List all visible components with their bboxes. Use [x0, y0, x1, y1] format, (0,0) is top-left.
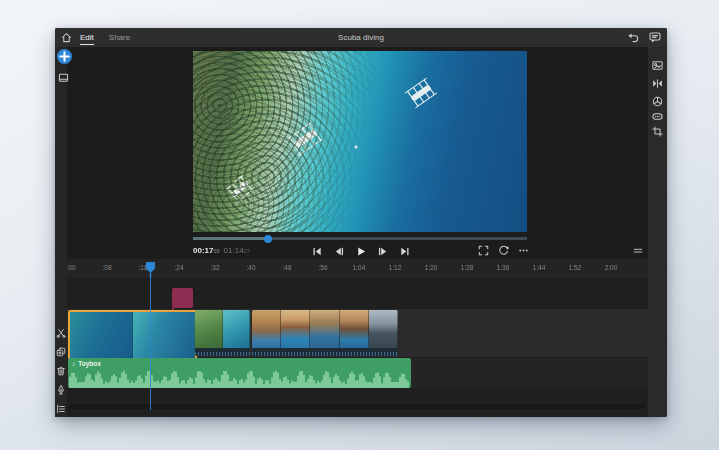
color-icon[interactable] — [652, 96, 663, 107]
timeline-panel: ♪Toybox — [67, 278, 648, 417]
video-clip-2[interactable] — [195, 310, 250, 356]
skip-forward-button[interactable] — [399, 246, 410, 257]
transport-controls — [311, 244, 410, 258]
ruler-tick: 1:52 — [569, 264, 582, 271]
reef-texture — [193, 51, 527, 232]
ruler-tick: 1:36 — [497, 264, 510, 271]
thumbnail-stormy-sea — [369, 310, 398, 348]
ruler-tick: :08 — [102, 264, 111, 271]
play-button[interactable] — [355, 246, 366, 257]
scrub-handle[interactable] — [264, 235, 272, 243]
frame-forward-button[interactable] — [377, 246, 388, 257]
ruler-tick: :32 — [210, 264, 219, 271]
playhead-marker[interactable] — [145, 261, 156, 278]
more-button[interactable] — [518, 245, 529, 256]
ruler-tick: :00 — [67, 264, 76, 271]
mode-tabs: EditShare — [80, 28, 130, 47]
music-note-icon: ♪ — [72, 360, 75, 367]
duration-frames: 27 — [244, 248, 250, 254]
thumbnail-underwater-1 — [70, 312, 133, 358]
loop-button[interactable] — [498, 245, 509, 256]
clip-audio-strip — [252, 348, 398, 356]
ruler-tick: 1:04 — [353, 264, 366, 271]
ruler-tick: 1:28 — [461, 264, 474, 271]
delete-icon[interactable] — [56, 366, 66, 376]
player-panel: 00:170001:1427 — [67, 47, 648, 259]
ruler-tick: :40 — [246, 264, 255, 271]
main-area: 00:170001:1427 :00:08:16:24:32:40:48:561… — [67, 47, 648, 417]
thumbnail-selfie-guy-2 — [340, 310, 369, 348]
thumbnail-jungle — [195, 310, 223, 348]
timeline-tools — [56, 328, 66, 414]
audio-waveform — [68, 368, 411, 388]
duplicate-icon[interactable] — [56, 347, 66, 357]
voiceover-mic-icon[interactable] — [56, 385, 66, 395]
project-title: Scuba diving — [55, 28, 667, 47]
speed-icon[interactable] — [652, 111, 663, 122]
player-controls: 00:170001:1427 — [67, 244, 648, 258]
top-bar: EditShare Scuba diving — [55, 28, 667, 47]
ruler-tick: 1:20 — [425, 264, 438, 271]
audio-clip[interactable]: ♪Toybox — [68, 358, 411, 388]
undo-icon[interactable] — [627, 31, 639, 43]
ruler-tick: :48 — [282, 264, 291, 271]
crop-icon[interactable] — [652, 126, 663, 137]
split-clip-icon[interactable] — [56, 328, 66, 338]
fullscreen-button[interactable] — [478, 245, 489, 256]
timeline-scrollbar[interactable] — [69, 404, 646, 409]
ruler-tick: :56 — [318, 264, 327, 271]
feedback-icon[interactable] — [649, 31, 661, 43]
right-toolbar — [648, 47, 667, 417]
add-media-button[interactable] — [57, 49, 72, 64]
video-preview — [193, 51, 527, 232]
ruler-tick: :24 — [174, 264, 183, 271]
panel-menu-icon[interactable] — [632, 246, 644, 256]
skip-back-button[interactable] — [311, 246, 322, 257]
playhead-line[interactable] — [150, 278, 152, 410]
clip-audio-strip — [195, 348, 250, 356]
duration: 01:14 — [224, 246, 244, 255]
topbar-actions — [627, 31, 661, 43]
home-icon[interactable] — [61, 32, 72, 43]
ruler-tick: 2:00 — [605, 264, 618, 271]
player-view-controls — [478, 245, 529, 256]
title-clip[interactable] — [172, 288, 193, 308]
thumbnail-resort-people — [252, 310, 281, 348]
ruler-tick: 1:12 — [389, 264, 402, 271]
thumbnail-selfie-guy — [281, 310, 310, 348]
current-time: 00:17 — [193, 246, 213, 255]
transitions-icon[interactable] — [652, 78, 663, 89]
thumbnail-two-guys — [310, 310, 339, 348]
tab-edit[interactable]: Edit — [80, 28, 94, 47]
time-ruler[interactable]: :00:08:16:24:32:40:48:561:041:121:201:28… — [67, 259, 648, 278]
frame-back-button[interactable] — [333, 246, 344, 257]
ruler-tick: 1:44 — [533, 264, 546, 271]
scrub-progress — [193, 237, 268, 240]
video-clip-1[interactable] — [68, 310, 197, 360]
app-window: EditShare Scuba diving — [55, 28, 667, 417]
thumbnail-shallow-water — [223, 310, 251, 348]
current-frames: 00 — [213, 248, 219, 254]
media-browser-icon[interactable] — [58, 72, 69, 83]
audio-clip-label: Toybox — [78, 360, 101, 367]
video-clip-3[interactable] — [252, 310, 398, 356]
timecode: 00:170001:1427 — [193, 244, 250, 258]
track-controls-icon[interactable] — [56, 404, 66, 414]
tab-share[interactable]: Share — [109, 28, 130, 47]
graphics-icon[interactable] — [652, 60, 663, 71]
thumbnail-underwater-2 — [133, 312, 196, 358]
player-scrub-bar[interactable] — [193, 237, 527, 240]
